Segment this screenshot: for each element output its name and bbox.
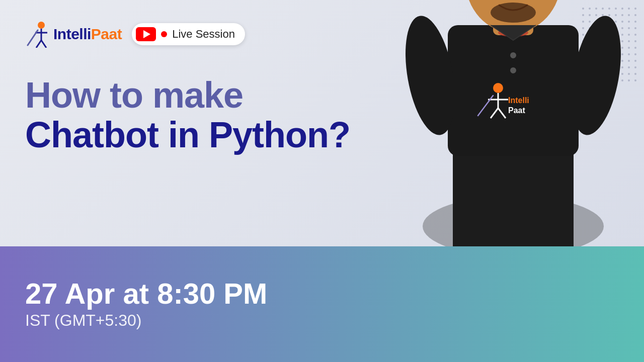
intellipaat-logo: IntelliPaat bbox=[25, 20, 122, 48]
svg-text:Paat: Paat bbox=[508, 106, 525, 115]
live-session-badge: Live Session bbox=[132, 23, 245, 45]
bottom-section: 27 Apr at 8:30 PM IST (GMT+5:30) bbox=[0, 246, 644, 362]
youtube-play-icon bbox=[143, 30, 150, 38]
svg-rect-8 bbox=[448, 25, 579, 156]
logo-icon bbox=[25, 20, 50, 48]
svg-point-22 bbox=[493, 83, 503, 93]
date-info: 27 Apr at 8:30 PM IST (GMT+5:30) bbox=[25, 279, 267, 330]
svg-point-0 bbox=[38, 22, 45, 29]
heading-line2: Chatbot in Python? bbox=[25, 115, 350, 155]
main-heading: How to make Chatbot in Python? bbox=[25, 75, 350, 155]
heading-line1: How to make bbox=[25, 75, 350, 115]
logo-area: IntelliPaat Live Session bbox=[25, 20, 245, 48]
svg-text:Intelli: Intelli bbox=[508, 96, 529, 105]
svg-point-20 bbox=[491, 3, 536, 23]
brand-name-text: IntelliPaat bbox=[53, 26, 122, 43]
live-indicator-dot bbox=[161, 31, 167, 37]
svg-point-31 bbox=[510, 67, 516, 73]
event-timezone: IST (GMT+5:30) bbox=[25, 311, 267, 330]
event-date-time: 27 Apr at 8:30 PM bbox=[25, 279, 267, 308]
youtube-icon bbox=[136, 27, 156, 41]
top-section: IntelliPaat Live Session How to make Cha… bbox=[0, 0, 644, 246]
main-container: IntelliPaat Live Session How to make Cha… bbox=[0, 0, 644, 362]
svg-line-3 bbox=[36, 40, 41, 48]
svg-line-5 bbox=[28, 30, 38, 45]
presenter-figure: Intelli Paat bbox=[382, 0, 644, 246]
live-session-label: Live Session bbox=[172, 28, 235, 41]
presenter-area: Intelli Paat bbox=[362, 0, 644, 246]
svg-point-30 bbox=[510, 52, 516, 58]
svg-line-4 bbox=[41, 40, 46, 48]
